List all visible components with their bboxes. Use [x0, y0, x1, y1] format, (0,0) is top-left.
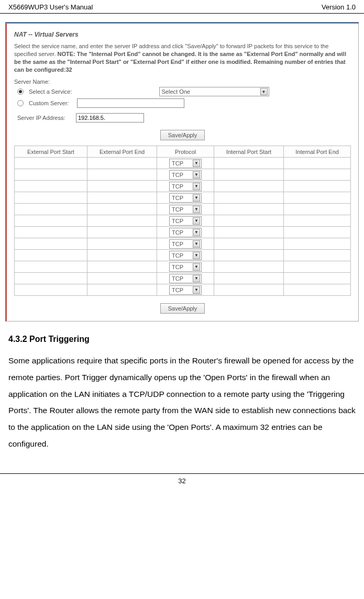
protocol-dropdown[interactable]: TCP▼ — [169, 170, 202, 180]
protocol-dropdown[interactable]: TCP▼ — [169, 159, 202, 168]
port-cell[interactable] — [214, 181, 283, 192]
protocol-dropdown[interactable]: TCP▼ — [169, 228, 202, 237]
protocol-value: TCP — [172, 252, 183, 259]
protocol-dropdown[interactable]: TCP▼ — [169, 274, 202, 283]
port-cell[interactable] — [214, 204, 283, 215]
protocol-value: TCP — [172, 160, 183, 167]
table-row: TCP▼ — [15, 238, 351, 250]
table-row: TCP▼ — [15, 227, 351, 238]
protocol-dropdown[interactable]: TCP▼ — [169, 285, 202, 295]
protocol-cell: TCP▼ — [157, 192, 214, 204]
chevron-down-icon: ▼ — [193, 286, 200, 294]
body-text: 4.3.2 Port Triggering Some applications … — [0, 331, 364, 460]
port-cell[interactable] — [284, 169, 351, 181]
port-cell[interactable] — [214, 284, 283, 296]
table-row: TCP▼ — [15, 204, 351, 215]
chevron-down-icon: ▼ — [193, 194, 200, 202]
page-header: X5669WUP3 User's Manual Version 1.0 — [0, 0, 364, 14]
save-apply-button-bottom[interactable]: Save/Apply — [160, 303, 205, 314]
port-cell[interactable] — [284, 227, 351, 238]
protocol-dropdown[interactable]: TCP▼ — [169, 205, 202, 214]
protocol-dropdown[interactable]: TCP▼ — [169, 239, 202, 249]
chevron-down-icon: ▼ — [193, 275, 200, 282]
port-cell[interactable] — [214, 261, 283, 273]
server-ip-input[interactable] — [76, 113, 144, 123]
port-cell[interactable] — [15, 284, 87, 296]
col-protocol: Protocol — [157, 146, 214, 158]
port-cell[interactable] — [15, 250, 87, 261]
port-cell[interactable] — [284, 273, 351, 284]
port-cell[interactable] — [87, 204, 157, 215]
table-row: TCP▼ — [15, 215, 351, 227]
description-bold: NOTE: The "Internal Port End" cannot be … — [14, 51, 346, 73]
port-cell[interactable] — [87, 227, 157, 238]
port-cell[interactable] — [284, 181, 351, 192]
port-cell[interactable] — [87, 169, 157, 181]
save-apply-button-top[interactable]: Save/Apply — [160, 130, 205, 140]
table-row: TCP▼ — [15, 181, 351, 192]
embedded-screenshot: NAT -- Virtual Servers Select the servic… — [5, 24, 359, 321]
port-cell[interactable] — [15, 192, 87, 204]
port-cell[interactable] — [284, 238, 351, 250]
chevron-down-icon: ▼ — [193, 206, 200, 213]
port-cell[interactable] — [284, 204, 351, 215]
port-cell[interactable] — [15, 273, 87, 284]
chevron-down-icon: ▼ — [193, 240, 200, 248]
port-cell[interactable] — [214, 273, 283, 284]
server-ip-label: Server IP Address: — [14, 115, 76, 121]
protocol-dropdown[interactable]: TCP▼ — [169, 262, 202, 272]
port-cell[interactable] — [214, 215, 283, 227]
table-row: TCP▼ — [15, 250, 351, 261]
port-cell[interactable] — [87, 273, 157, 284]
table-row: TCP▼ — [15, 284, 351, 296]
port-cell[interactable] — [87, 181, 157, 192]
protocol-value: TCP — [172, 183, 183, 190]
port-cell[interactable] — [87, 215, 157, 227]
port-cell[interactable] — [284, 250, 351, 261]
port-cell[interactable] — [15, 181, 87, 192]
port-cell[interactable] — [284, 192, 351, 204]
port-cell[interactable] — [214, 192, 283, 204]
port-cell[interactable] — [87, 261, 157, 273]
port-cell[interactable] — [15, 158, 87, 169]
port-cell[interactable] — [284, 158, 351, 169]
port-cell[interactable] — [87, 284, 157, 296]
custom-server-radio[interactable] — [17, 100, 24, 106]
save-apply-top-container: Save/Apply — [14, 130, 351, 140]
port-cell[interactable] — [214, 238, 283, 250]
protocol-cell: TCP▼ — [157, 181, 214, 192]
select-service-radio[interactable] — [17, 88, 24, 95]
protocol-cell: TCP▼ — [157, 204, 214, 215]
port-cell[interactable] — [214, 158, 283, 169]
port-cell[interactable] — [87, 158, 157, 169]
port-cell[interactable] — [15, 238, 87, 250]
port-cell[interactable] — [284, 284, 351, 296]
port-cell[interactable] — [284, 215, 351, 227]
port-cell[interactable] — [284, 261, 351, 273]
protocol-dropdown[interactable]: TCP▼ — [169, 182, 202, 191]
port-cell[interactable] — [15, 261, 87, 273]
header-left: X5669WUP3 User's Manual — [8, 3, 93, 11]
port-cell[interactable] — [15, 227, 87, 238]
chevron-down-icon: ▼ — [193, 171, 200, 179]
protocol-dropdown[interactable]: TCP▼ — [169, 216, 202, 226]
protocol-dropdown[interactable]: TCP▼ — [169, 193, 202, 203]
port-cell[interactable] — [214, 227, 283, 238]
select-service-dropdown[interactable]: Select One ▼ — [159, 87, 269, 96]
port-table: External Port Start External Port End Pr… — [14, 146, 351, 296]
port-cell[interactable] — [87, 192, 157, 204]
port-cell[interactable] — [87, 250, 157, 261]
port-cell[interactable] — [214, 169, 283, 181]
port-cell[interactable] — [15, 204, 87, 215]
port-cell[interactable] — [15, 215, 87, 227]
port-cell[interactable] — [214, 250, 283, 261]
protocol-cell: TCP▼ — [157, 238, 214, 250]
protocol-cell: TCP▼ — [157, 158, 214, 169]
protocol-dropdown[interactable]: TCP▼ — [169, 251, 202, 260]
protocol-cell: TCP▼ — [157, 169, 214, 181]
protocol-value: TCP — [172, 275, 183, 282]
port-cell[interactable] — [87, 238, 157, 250]
custom-server-input[interactable] — [77, 98, 184, 108]
chevron-down-icon: ▼ — [193, 160, 200, 167]
port-cell[interactable] — [15, 169, 87, 181]
